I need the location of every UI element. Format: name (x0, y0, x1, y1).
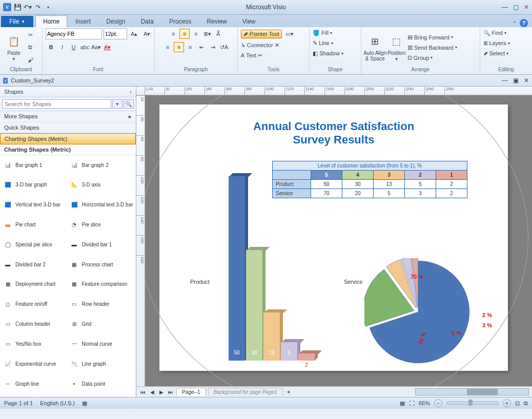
align-middle-icon[interactable]: ≡ (179, 29, 190, 39)
shape-item[interactable]: ▦Process chart (69, 257, 134, 272)
last-page-icon[interactable]: ⏭ (167, 389, 174, 395)
shape-item[interactable]: ─Graph line (2, 376, 68, 391)
stencil-selected-row[interactable]: Charting Shapes (Metric) (0, 133, 136, 144)
shape-item[interactable]: ▭Row header (69, 297, 134, 312)
font-name-combo[interactable] (46, 28, 102, 39)
shape-item[interactable]: 🟦3-D bar graph (2, 177, 68, 193)
shadow-button[interactable]: ◧ Shadow▾ (313, 49, 343, 58)
bold-button[interactable]: B (46, 42, 56, 52)
minimize-icon[interactable]: — (502, 4, 508, 11)
presentation-mode-icon[interactable]: ▦ (400, 400, 405, 407)
drawing-page[interactable]: Annual Customer SatisfactionSurvey Resul… (145, 95, 532, 386)
increase-indent-icon[interactable]: ⇥ (208, 42, 218, 52)
bullets-icon[interactable]: ≣▾ (202, 29, 212, 39)
shape-item[interactable]: 🟦Vertical text 3-D bar (2, 197, 68, 213)
rectangle-tool-icon[interactable]: ▭▾ (284, 29, 295, 39)
save-icon[interactable]: 💾 (13, 3, 22, 11)
shape-item[interactable]: 〰Normal curve (69, 336, 134, 351)
shape-item[interactable]: 📊Bar graph 2 (69, 157, 134, 173)
tab-process[interactable]: Process (162, 16, 198, 27)
tab-home[interactable]: Home (35, 15, 67, 27)
zoom-out-button[interactable]: − (434, 399, 442, 407)
cut-icon[interactable]: ✂ (25, 30, 35, 40)
next-page-icon[interactable]: ▶ (158, 389, 165, 395)
rotate-text-icon[interactable]: ↺A (219, 42, 229, 52)
shape-item[interactable]: 🟦Horizontal text 3-D bar (69, 197, 134, 213)
paste-button[interactable]: 📋 Paste▼ (3, 34, 25, 61)
font-size-combo[interactable] (104, 28, 127, 39)
shape-item[interactable]: ◻Feature on/off (2, 297, 68, 312)
decrease-indent-icon[interactable]: ⇤ (196, 42, 207, 52)
shape-item[interactable]: •Data point (69, 376, 134, 391)
shape-item[interactable]: ▦Feature comparison (69, 277, 134, 292)
doc-minimize-icon[interactable]: — (502, 77, 508, 84)
tab-design[interactable]: Design (99, 16, 132, 27)
shape-item[interactable]: ◯Special pie slice (2, 237, 68, 252)
shape-item[interactable]: ◔Pie slice (69, 217, 134, 232)
shape-item[interactable]: 📉Line graph (69, 356, 134, 371)
shape-item[interactable]: ▦Deployment chart (2, 277, 68, 292)
shape-item[interactable]: 📈Exponential curve (2, 356, 68, 371)
connector-tool-icon[interactable]: ↳ (241, 42, 245, 49)
doc-close-icon[interactable]: ✕ (524, 77, 529, 84)
align-left-icon[interactable]: ≡ (162, 42, 173, 52)
help-icon[interactable]: ? (520, 19, 528, 27)
group-button[interactable]: ⊡Group▾ (407, 53, 457, 62)
copy-icon[interactable]: ⧉ (25, 43, 35, 53)
first-page-icon[interactable]: ⏮ (139, 389, 147, 395)
shapes-search-input[interactable] (2, 99, 111, 109)
hscrollbar[interactable] (415, 388, 529, 395)
text-tool-icon[interactable]: A (241, 52, 244, 58)
align-center-icon[interactable]: ≡ (174, 42, 184, 52)
zoom-in-button[interactable]: + (503, 399, 511, 407)
align-top-icon[interactable]: ≡ (168, 29, 178, 39)
shape-item[interactable]: ▭Yes/No box (2, 336, 68, 351)
layers-button[interactable]: ≣ Layers▾ (483, 38, 510, 48)
macro-icon[interactable]: ▦ (82, 400, 87, 407)
auto-align-button[interactable]: ⊞Auto Align & Space (364, 34, 386, 61)
qat-menu-icon[interactable]: ▾ (44, 3, 52, 11)
page-tab-bg[interactable]: Background for page Page1 (208, 388, 283, 396)
format-painter-icon[interactable]: 🖌 (25, 55, 35, 65)
prev-page-icon[interactable]: ◀ (149, 389, 156, 395)
shape-item[interactable]: 🥧Pie chart (2, 217, 68, 232)
indent-left-icon[interactable]: A̅ (213, 29, 223, 39)
send-backward-button[interactable]: ▥Send Backward▾ (407, 43, 457, 52)
connection-point-icon[interactable]: ✕ (275, 42, 279, 49)
collapse-pane-icon[interactable]: ‹ (130, 89, 132, 95)
shrink-font-icon[interactable]: A▾ (142, 29, 152, 39)
quick-shapes-row[interactable]: Quick Shapes (0, 122, 136, 133)
position-button[interactable]: ⬚Position▼ (386, 34, 407, 61)
crop-icon[interactable]: ✂ (258, 52, 262, 59)
grow-font-icon[interactable]: A▴ (129, 29, 139, 39)
page-tab-1[interactable]: Page--1 (176, 388, 206, 396)
fill-button[interactable]: 🪣 Fill▾ (313, 28, 332, 37)
tab-view[interactable]: View (235, 16, 263, 27)
shape-item[interactable]: ▭Column header (2, 317, 68, 332)
undo-icon[interactable]: ↶▾ (24, 3, 32, 11)
fit-page-icon[interactable]: ⊡ (515, 400, 520, 407)
doc-restore-icon[interactable]: ▣ (513, 77, 519, 84)
tab-review[interactable]: Review (199, 16, 234, 27)
zoom-level[interactable]: 66% (419, 400, 430, 406)
zoom-slider[interactable] (446, 402, 499, 405)
minimize-ribbon-icon[interactable]: ⌃ (513, 20, 517, 26)
close-icon[interactable]: ✕ (524, 4, 529, 11)
italic-button[interactable]: I (57, 42, 68, 52)
font-color-button[interactable]: A▾ (103, 42, 113, 52)
align-right-icon[interactable]: ≡ (185, 42, 195, 52)
shape-item[interactable]: ⊞Grid (69, 317, 134, 332)
case-button[interactable]: Aa▾ (91, 42, 101, 52)
align-bottom-icon[interactable]: ≡ (191, 29, 201, 39)
line-button[interactable]: ✎ Line▾ (313, 38, 333, 48)
select-button[interactable]: ⬈ Select▾ (483, 49, 509, 58)
shape-item[interactable]: ▬Divided bar 2 (2, 257, 68, 272)
more-shapes-row[interactable]: More Shapes▸ (0, 111, 136, 122)
redo-icon[interactable]: ↷ (34, 3, 42, 11)
pointer-tool-button[interactable]: ⬈ Pointer Tool (241, 30, 282, 38)
tab-data[interactable]: Data (134, 16, 161, 27)
shape-item[interactable]: 📐3-D axis (69, 177, 134, 193)
bring-forward-button[interactable]: ▤Bring Forward▾ (407, 33, 457, 42)
shape-item[interactable]: 📊Bar graph 1 (2, 157, 68, 173)
file-tab[interactable]: File▼ (1, 16, 33, 27)
